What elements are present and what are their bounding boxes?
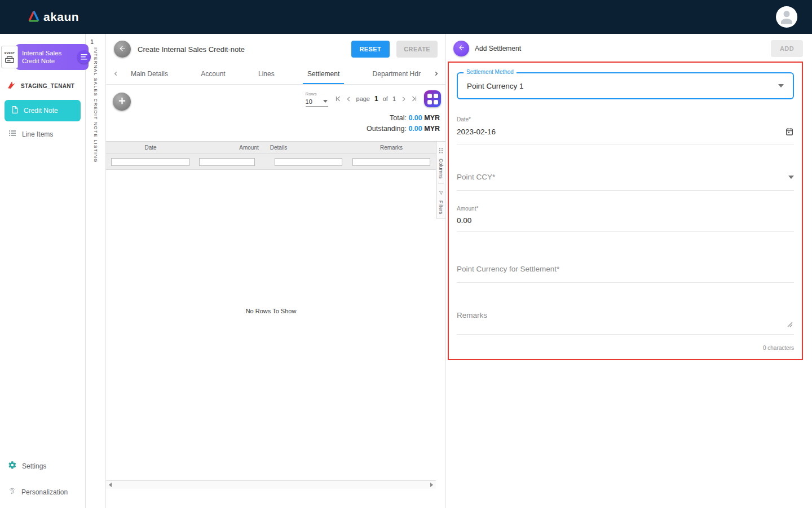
outstanding-value: 0.00 bbox=[408, 125, 422, 133]
empty-rows-message: No Rows To Show bbox=[106, 308, 436, 314]
topbar: akaun bbox=[0, 0, 812, 34]
filter-input-amount[interactable] bbox=[199, 158, 255, 166]
remarks-field[interactable]: Remarks bbox=[457, 311, 794, 335]
amount-field[interactable]: Amount* 0.00 bbox=[457, 205, 794, 232]
pagination-toolbar: Rows 10 bbox=[306, 90, 441, 107]
chevron-down-icon bbox=[788, 176, 794, 179]
column-header-remarks[interactable]: Remarks bbox=[347, 144, 436, 151]
grid-side-tabs: Columns Filters bbox=[436, 141, 445, 218]
page-total: 1 bbox=[392, 95, 396, 102]
tab-scroll-right-icon[interactable] bbox=[430, 71, 442, 77]
settlement-method-select[interactable]: Settlement Method Point Currency 1 bbox=[457, 72, 794, 99]
listing-count: 1 bbox=[86, 38, 94, 45]
point-currency-settlement-field[interactable]: Point Currency for Settlement* bbox=[457, 265, 794, 283]
document-icon bbox=[11, 106, 19, 116]
scroll-right-icon[interactable] bbox=[430, 483, 433, 487]
tenant-logo-icon bbox=[7, 80, 16, 92]
sidebar-footer: Settings Personalization bbox=[0, 453, 85, 508]
chevron-down-icon bbox=[323, 100, 328, 103]
back-button[interactable] bbox=[114, 41, 131, 58]
add-button[interactable]: ADD bbox=[771, 40, 803, 57]
panel-header: Add Settlement ADD bbox=[446, 34, 812, 62]
sidebar-item-credit-note[interactable]: Credit Note bbox=[5, 100, 81, 121]
avatar[interactable] bbox=[776, 6, 797, 28]
filter-input-remarks[interactable] bbox=[352, 158, 431, 166]
point-currency-settlement-label: Point Currency for Settlement* bbox=[457, 265, 559, 273]
last-page-icon[interactable] bbox=[411, 95, 418, 102]
outstanding-label: Outstanding: bbox=[367, 125, 407, 133]
filter-input-details[interactable] bbox=[275, 158, 342, 166]
prev-page-icon[interactable] bbox=[346, 96, 352, 102]
tab-scroll-left-icon[interactable] bbox=[109, 71, 122, 77]
rows-value: 10 bbox=[306, 98, 312, 105]
tab-lines[interactable]: Lines bbox=[257, 64, 276, 84]
sidebar: EVENT Internal Sales Credit Note bbox=[0, 34, 86, 508]
filter-input-date[interactable] bbox=[111, 158, 189, 166]
credit-note-panel: Create Internal Sales Credit-note RESET … bbox=[106, 34, 445, 508]
event-badge-label: EVENT bbox=[5, 51, 15, 55]
amount-label: Amount* bbox=[457, 205, 794, 212]
data-grid: Date Amount Details Remarks No Rows To S… bbox=[106, 141, 436, 489]
sidebar-item-line-items[interactable]: Line Items bbox=[0, 121, 85, 147]
sidebar-item-settings[interactable]: Settings bbox=[0, 453, 85, 479]
settlement-grid: Date Amount Details Remarks No Rows To S… bbox=[106, 141, 445, 489]
logo-text: akaun bbox=[43, 10, 79, 24]
menu-hamburger-icon[interactable] bbox=[77, 50, 91, 64]
fingerprint-icon bbox=[8, 487, 16, 497]
app-pill[interactable]: Internal Sales Credit Note bbox=[15, 44, 89, 70]
total-row: Total: 0.00 MYR bbox=[106, 114, 440, 122]
pager: page 1 of 1 bbox=[334, 95, 418, 103]
sidebar-item-internal-sales-credit-note[interactable]: EVENT Internal Sales Credit Note bbox=[1, 44, 85, 70]
first-page-icon[interactable] bbox=[334, 95, 341, 102]
tab-columns[interactable]: Columns bbox=[438, 142, 444, 183]
calendar-icon[interactable] bbox=[785, 127, 794, 136]
listing-strip: 1 INTERNAL SALES CREDIT NOTE LISTING bbox=[86, 34, 106, 508]
app-pill-label: Internal Sales Credit Note bbox=[22, 49, 61, 65]
akaun-logo: akaun bbox=[27, 9, 79, 25]
panel-title: Add Settlement bbox=[475, 45, 521, 52]
sidebar-item-tenant[interactable]: STAGING_TENANT bbox=[0, 70, 85, 99]
tab-main-details[interactable]: Main Details bbox=[130, 64, 169, 84]
settings-label: Settings bbox=[22, 462, 46, 470]
line-items-label: Line Items bbox=[22, 130, 53, 138]
column-header-details[interactable]: Details bbox=[264, 144, 347, 151]
next-page-icon[interactable] bbox=[400, 96, 407, 102]
point-ccy-label: Point CCY* bbox=[457, 173, 495, 181]
reset-button[interactable]: RESET bbox=[351, 41, 390, 58]
app-label-line1: Internal Sales bbox=[22, 49, 61, 57]
add-row-button[interactable] bbox=[113, 93, 131, 111]
sidebar-item-personalization[interactable]: Personalization bbox=[0, 479, 85, 505]
add-settlement-panel: Add Settlement ADD Settlement Method Poi… bbox=[445, 34, 812, 508]
filters-tab-label: Filters bbox=[438, 200, 444, 214]
column-header-date[interactable]: Date bbox=[106, 144, 195, 151]
horizontal-scrollbar[interactable] bbox=[106, 480, 436, 489]
column-header-amount[interactable]: Amount bbox=[195, 144, 264, 151]
filter-funnel-icon bbox=[439, 187, 444, 198]
list-icon bbox=[8, 129, 17, 140]
scroll-left-icon[interactable] bbox=[109, 483, 112, 487]
event-register-icon: EVENT bbox=[1, 46, 18, 68]
app-label-line2: Credit Note bbox=[22, 57, 61, 65]
create-button[interactable]: CREATE bbox=[396, 41, 438, 58]
panel-back-button[interactable] bbox=[453, 41, 469, 56]
tab-filters[interactable]: Filters bbox=[438, 183, 444, 218]
date-field[interactable]: Date* 2023-02-16 bbox=[457, 116, 794, 144]
tab-account[interactable]: Account bbox=[200, 64, 226, 84]
grid-view-icon[interactable] bbox=[424, 90, 441, 107]
tab-department-hdr[interactable]: Department Hdr bbox=[372, 64, 422, 84]
date-label: Date* bbox=[457, 116, 794, 122]
rows-per-page-select[interactable]: Rows 10 bbox=[306, 91, 328, 107]
credit-note-header: Create Internal Sales Credit-note RESET … bbox=[106, 34, 445, 63]
character-counter: 0 characters bbox=[457, 345, 794, 351]
date-value: 2023-02-16 bbox=[457, 128, 496, 136]
annotation-highlight-box: Settlement Method Point Currency 1 Date*… bbox=[448, 62, 803, 360]
resize-handle-icon[interactable] bbox=[787, 319, 793, 330]
tab-settlement[interactable]: Settlement bbox=[306, 64, 341, 84]
listing-strip-label: INTERNAL SALES CREDIT NOTE LISTING bbox=[93, 47, 98, 163]
gear-icon bbox=[8, 461, 17, 472]
back-arrow-icon bbox=[118, 45, 126, 54]
point-ccy-select[interactable]: Point CCY* bbox=[457, 173, 794, 191]
app-root: akaun EVENT bbox=[0, 0, 812, 508]
credit-note-label: Credit Note bbox=[24, 107, 58, 115]
outstanding-currency: MYR bbox=[424, 125, 440, 133]
